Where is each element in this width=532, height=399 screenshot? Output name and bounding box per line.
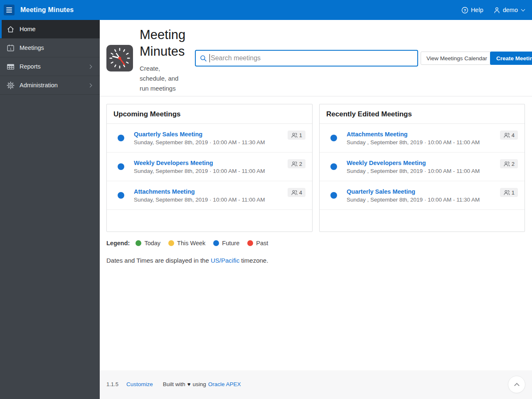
future-bullet-icon — [118, 163, 124, 170]
legend-item-label: Future — [222, 240, 239, 246]
hamburger-icon — [6, 7, 12, 8]
users-icon — [291, 132, 298, 138]
attendee-count: 4 — [299, 190, 302, 196]
search-input[interactable] — [210, 54, 417, 62]
meeting-link[interactable]: Weekly Developers Meeting — [134, 160, 265, 166]
sidebar-item-label: Reports — [20, 63, 41, 70]
attendee-badge: 2 — [500, 159, 518, 168]
meeting-datetime: Sunday, September 8th, 2019 · 10:00 AM -… — [134, 168, 265, 174]
future-bullet-icon — [118, 192, 124, 199]
card-title: Recently Edited Meetings — [320, 104, 525, 124]
future-bullet-icon — [330, 135, 337, 141]
future-bullet-icon — [330, 163, 337, 170]
help-label: Help — [471, 7, 483, 13]
legend: Legend: Today This Week Future Past — [106, 240, 276, 246]
view-meetings-calendar-button[interactable]: View Meetings Calendar — [421, 52, 493, 65]
hamburger-menu-button[interactable] — [4, 5, 15, 15]
chevron-right-icon — [88, 83, 92, 87]
future-bullet-icon — [330, 192, 337, 199]
users-icon — [503, 190, 510, 196]
legend-dot-this-week — [168, 240, 174, 246]
meeting-link[interactable]: Quarterly Sales Meeting — [347, 188, 480, 195]
app-title: Meeting Minutes — [20, 6, 74, 14]
attendee-count: 2 — [299, 161, 302, 167]
meeting-datetime: Sunday , September 8th, 2019 · 10:00 AM … — [347, 139, 480, 145]
recently-edited-meetings-card: Recently Edited Meetings Attachments Mee… — [319, 104, 525, 232]
timezone-link[interactable]: US/Pacific — [211, 257, 239, 264]
legend-item-label: This Week — [177, 240, 205, 246]
sidebar-item-label: Home — [20, 26, 36, 32]
page-footer: 1.1.5 Customize Built with ♥ using Oracl… — [100, 370, 532, 399]
attendee-count: 1 — [299, 132, 302, 138]
legend-dot-today — [135, 240, 141, 246]
heart-icon: ♥ — [187, 381, 191, 387]
meeting-row: Weekly Developers Meeting Sunday , Septe… — [320, 153, 525, 181]
meeting-row: Weekly Developers Meeting Sunday, Septem… — [107, 153, 312, 181]
meeting-link[interactable]: Attachments Meeting — [347, 131, 480, 138]
legend-label: Legend: — [106, 240, 130, 246]
meeting-row: Attachments Meeting Sunday , September 8… — [320, 124, 525, 153]
built-with: Built with ♥ using Oracle APEX — [163, 381, 241, 387]
attendee-count: 4 — [512, 132, 515, 138]
sidebar-item-home[interactable]: Home — [0, 20, 100, 39]
legend-dot-past — [247, 240, 253, 246]
scroll-to-top-button[interactable] — [508, 376, 525, 393]
hero-section: Meeting Minutes Create, schedule, and ru… — [100, 20, 532, 96]
meeting-row: Quarterly Sales Meeting Sunday , Septemb… — [320, 181, 525, 210]
user-menu[interactable]: demo — [493, 7, 525, 14]
attendee-badge: 1 — [288, 131, 305, 140]
timezone-note: Dates and Times are displayed in the US/… — [106, 257, 268, 264]
legend-item-label: Past — [256, 240, 268, 246]
attendee-badge: 1 — [500, 188, 518, 197]
users-icon — [291, 190, 298, 196]
meeting-row: Quarterly Sales Meeting Sunday, Septembe… — [107, 124, 312, 153]
sidebar-item-label: Meetings — [20, 44, 44, 51]
attendee-badge: 4 — [288, 188, 305, 197]
oracle-apex-link[interactable]: Oracle APEX — [208, 381, 241, 387]
sidebar-item-reports[interactable]: Reports — [0, 57, 100, 76]
chevron-up-icon — [514, 383, 520, 388]
users-icon — [503, 161, 510, 167]
app-version: 1.1.5 — [106, 381, 118, 387]
meeting-link[interactable]: Quarterly Sales Meeting — [134, 131, 265, 138]
sidebar-item-meetings[interactable]: 1 Meetings — [0, 39, 100, 57]
meeting-datetime: Sunday, September 8th, 2019 · 10:00 AM -… — [134, 139, 265, 145]
meeting-link[interactable]: Attachments Meeting — [134, 188, 265, 195]
legend-item-label: Today — [144, 240, 160, 246]
help-icon: ? — [461, 7, 468, 14]
page-subtitle: Create, schedule, and run meetings — [140, 64, 185, 94]
users-icon — [503, 132, 510, 138]
attendee-count: 1 — [512, 190, 515, 196]
home-icon — [5, 25, 16, 34]
meeting-datetime: Sunday, September 8th, 2019 · 10:00 AM -… — [134, 197, 265, 203]
page-title: Meeting Minutes — [140, 27, 195, 60]
timezone-suffix: timezone. — [241, 257, 268, 264]
gear-icon — [5, 81, 16, 90]
meeting-link[interactable]: Weekly Developers Meeting — [347, 160, 480, 166]
user-icon — [493, 7, 500, 14]
search-icon — [200, 55, 207, 62]
attendee-badge: 2 — [288, 159, 305, 168]
app-clock-icon — [106, 45, 133, 71]
help-link[interactable]: ? Help — [461, 7, 483, 14]
user-name: demo — [503, 7, 518, 13]
meeting-datetime: Sunday , September 8th, 2019 · 10:00 AM … — [347, 168, 480, 174]
calendar-icon: 1 — [5, 44, 16, 52]
card-title: Upcoming Meetings — [107, 104, 312, 124]
timezone-prefix: Dates and Times are displayed in the — [106, 257, 209, 264]
header-actions: ? Help demo — [461, 7, 532, 14]
upcoming-meetings-card: Upcoming Meetings Quarterly Sales Meetin… — [106, 104, 313, 232]
users-icon — [291, 161, 298, 167]
future-bullet-icon — [118, 135, 124, 141]
svg-text:1: 1 — [10, 47, 11, 50]
report-table-icon — [5, 62, 16, 71]
meeting-datetime: Sunday , September 8th, 2019 · 10:00 AM … — [347, 197, 480, 203]
chevron-right-icon — [88, 64, 92, 69]
search-box — [195, 50, 418, 66]
sidebar-item-administration[interactable]: Administration — [0, 76, 100, 95]
create-meeting-button[interactable]: Create Meeting — [490, 52, 532, 65]
chevron-down-icon — [521, 7, 525, 11]
customize-link[interactable]: Customize — [126, 381, 153, 387]
svg-text:?: ? — [463, 7, 466, 12]
attendee-count: 2 — [512, 161, 515, 167]
